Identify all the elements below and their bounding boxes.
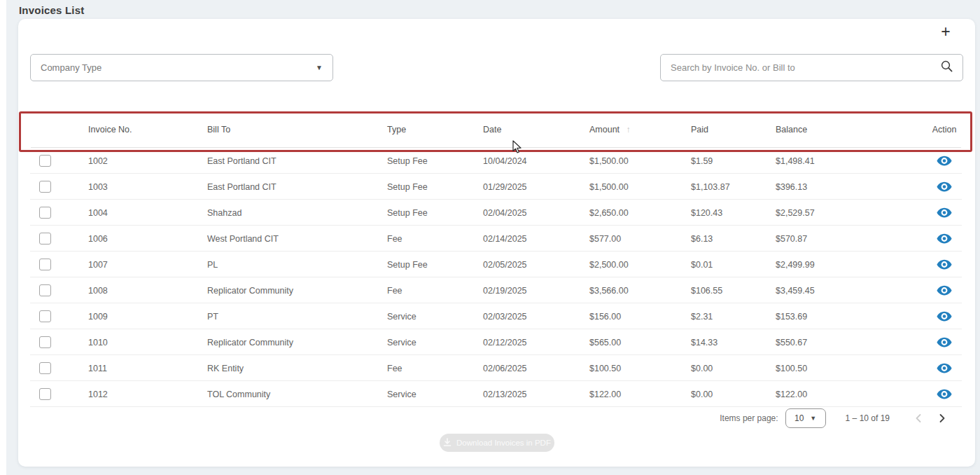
cell-amount: $156.00 xyxy=(589,312,691,322)
column-header-date[interactable]: Date xyxy=(483,125,589,135)
cell-paid: $0.01 xyxy=(691,260,776,270)
cell-paid: $1.59 xyxy=(691,156,776,166)
cell-bill-to: East Portland CIT xyxy=(207,156,387,166)
row-checkbox-cell xyxy=(18,259,88,270)
eye-icon xyxy=(937,287,952,298)
view-invoice-button[interactable] xyxy=(934,387,954,401)
view-invoice-button[interactable] xyxy=(934,257,954,272)
cell-action xyxy=(915,361,974,376)
paginator: Items per page: 10 ▼ 1 – 10 of 19 xyxy=(720,408,947,429)
items-per-page-select[interactable]: 10 ▼ xyxy=(785,408,826,428)
column-header-amount[interactable]: Amount ↑ xyxy=(589,125,691,135)
cell-amount: $577.00 xyxy=(589,234,691,244)
cell-action xyxy=(915,335,974,350)
cell-invoice-no: 1012 xyxy=(88,390,207,399)
column-header-balance[interactable]: Balance xyxy=(776,125,915,135)
cell-date: 01/29/2025 xyxy=(483,182,589,192)
row-checkbox[interactable] xyxy=(39,155,51,167)
cell-invoice-no: 1009 xyxy=(88,312,207,322)
row-checkbox[interactable] xyxy=(39,207,51,219)
eye-icon xyxy=(937,235,952,246)
cell-invoice-no: 1010 xyxy=(88,338,207,347)
cell-action xyxy=(915,205,974,220)
search-input[interactable] xyxy=(671,62,934,73)
cell-type: Fee xyxy=(387,364,483,373)
row-checkbox-cell xyxy=(18,155,88,167)
view-invoice-button[interactable] xyxy=(934,283,954,298)
items-per-page-label: Items per page: xyxy=(720,413,778,423)
column-header-action: Action xyxy=(915,125,974,135)
column-header-invoice-no[interactable]: Invoice No. xyxy=(88,125,207,135)
search-icon[interactable] xyxy=(941,60,953,75)
cell-paid: $106.55 xyxy=(691,286,776,296)
table-row: 1011 RK Entity Fee 02/06/2025 $100.50 $0… xyxy=(18,355,974,381)
view-invoice-button[interactable] xyxy=(934,179,954,194)
eye-icon xyxy=(937,391,952,401)
cell-paid: $0.00 xyxy=(691,364,776,373)
cell-amount: $122.00 xyxy=(589,390,691,399)
page-title: Invoices List xyxy=(19,4,84,16)
view-invoice-button[interactable] xyxy=(934,309,954,324)
cell-type: Service xyxy=(387,390,483,399)
view-invoice-button[interactable] xyxy=(934,361,954,376)
view-invoice-button[interactable] xyxy=(934,231,954,246)
cell-date: 02/04/2025 xyxy=(483,208,589,218)
chevron-down-icon: ▼ xyxy=(810,415,816,422)
next-page-button[interactable] xyxy=(937,412,947,425)
amount-header-label: Amount xyxy=(589,125,620,135)
eye-icon xyxy=(937,365,952,376)
cell-action xyxy=(915,283,974,298)
view-invoice-button[interactable] xyxy=(934,153,954,168)
previous-page-button[interactable] xyxy=(913,412,923,425)
cell-bill-to: Shahzad xyxy=(207,208,387,218)
cell-paid: $0.00 xyxy=(691,390,776,399)
cell-type: Setup Fee xyxy=(387,208,483,218)
cell-amount: $565.00 xyxy=(589,338,691,347)
cell-balance: $1,498.41 xyxy=(776,156,915,166)
row-checkbox[interactable] xyxy=(39,388,51,400)
table-row: 1007 PL Setup Fee 02/05/2025 $2,500.00 $… xyxy=(18,252,974,277)
eye-icon xyxy=(937,339,952,350)
cell-paid: $6.13 xyxy=(691,234,776,244)
view-invoice-button[interactable] xyxy=(934,205,954,220)
column-header-paid[interactable]: Paid xyxy=(691,125,776,135)
cell-bill-to: RK Entity xyxy=(207,364,387,373)
row-checkbox[interactable] xyxy=(39,336,51,348)
column-header-type[interactable]: Type xyxy=(387,125,483,135)
row-checkbox[interactable] xyxy=(39,233,51,245)
left-edge-strip xyxy=(0,0,6,475)
table-row: 1004 Shahzad Setup Fee 02/04/2025 $2,650… xyxy=(18,200,974,226)
download-invoices-button[interactable]: Download Invoices in PDF xyxy=(440,434,554,452)
row-checkbox-cell xyxy=(18,310,88,322)
download-label: Download Invoices in PDF xyxy=(456,439,551,447)
row-checkbox[interactable] xyxy=(39,181,51,193)
company-type-select[interactable]: Company Type ▼ xyxy=(30,54,333,81)
search-box xyxy=(660,54,963,81)
cell-paid: $14.33 xyxy=(691,338,776,347)
cell-type: Setup Fee xyxy=(387,182,483,192)
table-row: 1003 East Portland CIT Setup Fee 01/29/2… xyxy=(18,174,974,200)
cell-balance: $122.00 xyxy=(776,390,915,399)
cell-action xyxy=(915,231,974,246)
eye-icon xyxy=(937,184,952,194)
cell-balance: $2,529.57 xyxy=(776,208,915,218)
row-checkbox-cell xyxy=(18,284,88,296)
row-checkbox[interactable] xyxy=(39,284,51,296)
row-checkbox-cell xyxy=(18,362,88,374)
cell-date: 02/12/2025 xyxy=(483,338,589,347)
table-row: 1012 TOL Community Service 02/13/2025 $1… xyxy=(18,381,974,407)
column-header-bill-to[interactable]: Bill To xyxy=(207,125,387,135)
cell-amount: $100.50 xyxy=(589,364,691,373)
row-checkbox[interactable] xyxy=(39,362,51,374)
cell-amount: $1,500.00 xyxy=(589,156,691,166)
row-checkbox[interactable] xyxy=(39,259,51,270)
add-invoice-button[interactable]: + xyxy=(936,22,955,41)
company-type-label: Company Type xyxy=(41,62,102,73)
cell-date: 02/05/2025 xyxy=(483,260,589,270)
view-invoice-button[interactable] xyxy=(934,335,954,350)
cell-balance: $153.69 xyxy=(776,312,915,322)
table-row: 1010 Replicator Community Service 02/12/… xyxy=(18,329,974,355)
row-checkbox[interactable] xyxy=(39,310,51,322)
items-per-page-value: 10 xyxy=(794,413,804,423)
row-checkbox-cell xyxy=(18,388,88,400)
